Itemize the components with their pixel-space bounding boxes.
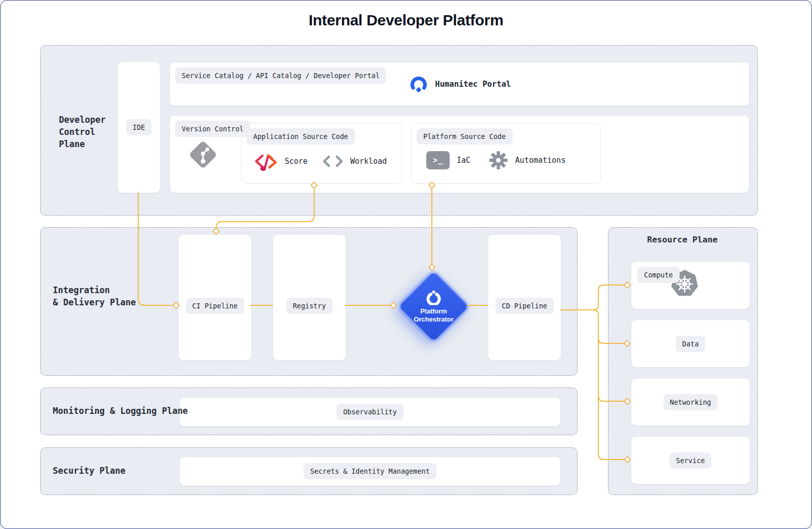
workload-label: Workload: [350, 157, 387, 166]
automations-label: Automations: [515, 156, 565, 165]
secrets-box: Secrets & Identity Management: [179, 456, 561, 486]
portal-badge: Service Catalog / API Catalog / Develope…: [175, 67, 386, 84]
ci-pipeline-badge: CI Pipeline: [186, 298, 244, 314]
registry-badge: Registry: [286, 298, 332, 314]
ci-pipeline-box: CI Pipeline: [178, 234, 252, 361]
platform-source-box: Platform Source Code >_ IaC: [411, 123, 601, 184]
observability-badge: Observability: [336, 404, 403, 420]
workload-brackets-icon: [322, 155, 344, 167]
service-badge: Service: [669, 452, 712, 469]
observability-box: Observability: [179, 397, 561, 427]
score-label: Score: [285, 157, 308, 166]
monitoring-plane-label: Monitoring & Logging Plane: [53, 405, 188, 417]
score-icon: [254, 150, 278, 173]
humanitec-portal-label: Humanitec Portal: [435, 80, 511, 89]
compute-badge: Compute: [637, 267, 680, 283]
platform-source-items: >_ IaC Automatio: [426, 151, 565, 170]
integration-plane-label: Integration & Delivery Plane: [53, 285, 136, 309]
internal-developer-platform-diagram: Internal Developer Platform Developer Co…: [0, 0, 812, 529]
networking-badge: Networking: [663, 394, 718, 410]
page-title: Internal Developer Platform: [1, 12, 811, 29]
humanitec-logo-icon: [408, 75, 428, 94]
registry-box: Registry: [273, 234, 346, 361]
resource-plane-label: Resource Plane: [608, 235, 757, 244]
resource-box-service: Service: [631, 436, 750, 484]
version-control-badge: Version Control: [175, 121, 250, 137]
cd-pipeline-badge: CD Pipeline: [495, 298, 554, 314]
resource-box-compute: Compute: [631, 261, 750, 309]
iac-label: IaC: [457, 156, 470, 165]
ide-badge: IDE: [126, 119, 151, 135]
platform-orchestrator-content: Platform Orchestrator: [403, 290, 464, 324]
gear-icon: [489, 151, 508, 170]
resource-box-data: Data: [631, 320, 750, 368]
portal-box: Service Catalog / API Catalog / Develope…: [170, 62, 750, 106]
cd-pipeline-box: CD Pipeline: [488, 234, 561, 361]
security-plane-label: Security Plane: [53, 465, 125, 477]
version-control-box: Version Control Application Source Code: [170, 115, 750, 193]
data-badge: Data: [675, 336, 705, 352]
application-source-items: Score Workload: [254, 150, 387, 173]
application-source-box: Application Source Code Score Workload: [241, 123, 402, 184]
application-source-badge: Application Source Code: [247, 128, 355, 145]
developer-plane-label: Developer Control Plane: [59, 114, 106, 150]
platform-orchestrator-label: Platform Orchestrator: [414, 307, 454, 324]
platform-source-badge: Platform Source Code: [417, 128, 513, 145]
terminal-icon: >_: [426, 151, 450, 169]
secrets-badge: Secrets & Identity Management: [303, 463, 436, 479]
orchestrator-logo-icon: [425, 290, 443, 305]
ide-box: IDE: [117, 61, 160, 193]
humanitec-portal-brand: Humanitec Portal: [408, 75, 511, 94]
resource-box-networking: Networking: [631, 378, 750, 426]
git-icon: [187, 139, 219, 170]
